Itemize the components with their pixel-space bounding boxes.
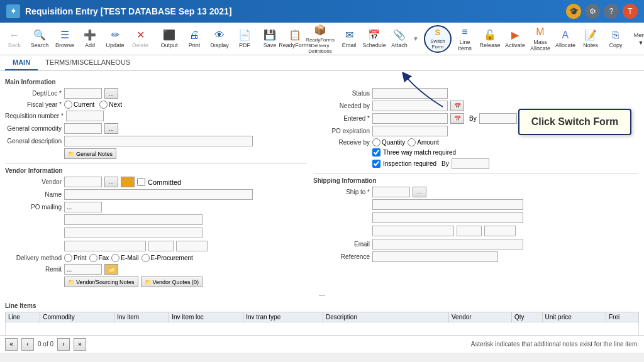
- ship-to-input[interactable]: [372, 187, 410, 197]
- readyforms-button[interactable]: 📋 ReadyForms: [283, 25, 307, 53]
- print-radio-label[interactable]: Print: [64, 254, 87, 262]
- schedule-button[interactable]: 📅 Schedule: [362, 25, 386, 53]
- update-button[interactable]: ✏ Update: [103, 25, 127, 53]
- address-state[interactable]: [148, 241, 174, 251]
- eprocurement-radio[interactable]: [142, 254, 150, 262]
- amount-radio[interactable]: [408, 138, 416, 146]
- dept-loc-browse-btn[interactable]: ...: [104, 88, 118, 99]
- inspection-label: Inspection required: [383, 160, 436, 167]
- remit-folder-btn[interactable]: 📁: [104, 264, 118, 275]
- browse-button[interactable]: ☰ Browse: [53, 25, 77, 53]
- main-info-title: Main Information: [5, 79, 307, 85]
- three-way-checkbox[interactable]: [372, 148, 380, 156]
- nav-prev-btn[interactable]: ‹: [21, 338, 34, 351]
- mass-allocate-button[interactable]: M Mass Allocate: [528, 25, 552, 53]
- add-button[interactable]: ➕ Add: [78, 25, 102, 53]
- user-icon[interactable]: T: [623, 4, 638, 19]
- help-icon[interactable]: ?: [604, 4, 619, 19]
- grad-icon[interactable]: 🎓: [566, 4, 581, 19]
- insp-by-input[interactable]: [452, 158, 489, 169]
- release-button[interactable]: 🔓 Release: [478, 25, 502, 53]
- delete-button[interactable]: ✕ Delete: [128, 25, 152, 53]
- print-button[interactable]: 🖨 Print: [182, 25, 206, 53]
- quantity-radio[interactable]: [372, 138, 380, 146]
- email-button[interactable]: ✉ Email: [337, 25, 361, 53]
- ship-addr-state[interactable]: [457, 226, 482, 236]
- fax-radio[interactable]: [89, 254, 97, 262]
- vendor-color-btn[interactable]: [121, 177, 135, 187]
- copy-button[interactable]: ⎘ Copy: [604, 25, 628, 53]
- switch-form-button[interactable]: S Switch Form: [424, 25, 452, 53]
- nav-next-btn[interactable]: ›: [57, 338, 70, 351]
- dept-loc-input[interactable]: [64, 88, 102, 99]
- ship-addr-zip[interactable]: [484, 226, 516, 236]
- next-radio-label[interactable]: Next: [99, 101, 122, 109]
- general-notes-btn[interactable]: 📁 General Notes: [64, 148, 116, 159]
- output-button[interactable]: ⬛ Output: [157, 25, 181, 53]
- next-radio[interactable]: [99, 101, 108, 109]
- settings-icon[interactable]: ⚙: [585, 4, 600, 19]
- print-radio[interactable]: [64, 254, 72, 262]
- save-button[interactable]: 💾 Save: [258, 25, 282, 53]
- title-icons: 🎓 ⚙ ? T: [566, 4, 638, 19]
- general-desc-row: General description: [5, 136, 307, 146]
- amount-radio-label[interactable]: Amount: [408, 138, 438, 146]
- address-line2[interactable]: [64, 228, 203, 238]
- entered-input[interactable]: [372, 113, 448, 124]
- vendor-label: Vendor: [5, 178, 62, 185]
- committed-checkbox[interactable]: [137, 178, 145, 186]
- eprocurement-radio-label[interactable]: E-Procurement: [142, 254, 193, 262]
- quantity-radio-label[interactable]: Quantity: [372, 138, 405, 146]
- ship-addr-city[interactable]: [372, 226, 454, 236]
- req-number-input[interactable]: [66, 111, 104, 121]
- back-button[interactable]: ← Back: [3, 25, 26, 53]
- po-exp-input[interactable]: [372, 126, 448, 136]
- vendor-browse-btn[interactable]: ...: [104, 177, 118, 187]
- tab-terms[interactable]: TERMS/MISCELLANEOUS: [38, 55, 138, 70]
- ship-addr-line2[interactable]: [372, 212, 523, 223]
- address-line1[interactable]: [64, 214, 203, 225]
- readyforms-delivery-button[interactable]: 📦 ReadyForms Delivery Definitions: [308, 25, 332, 53]
- current-radio[interactable]: [64, 101, 72, 109]
- ship-addr-line1[interactable]: [372, 199, 523, 210]
- notes-button[interactable]: 📝 Notes: [579, 25, 602, 53]
- attach-button[interactable]: 📎 Attach: [387, 25, 411, 53]
- general-commodity-input[interactable]: [64, 123, 102, 134]
- nav-last-btn[interactable]: »: [74, 338, 86, 351]
- address-zip[interactable]: [176, 241, 208, 251]
- insp-by-label: By: [441, 160, 449, 167]
- allocate-button[interactable]: A Allocate: [553, 25, 577, 53]
- vendor-input[interactable]: [64, 177, 102, 187]
- tab-main[interactable]: MAIN: [5, 55, 38, 70]
- general-desc-input[interactable]: [64, 136, 253, 146]
- display-button[interactable]: 👁 Display: [208, 25, 231, 53]
- needed-by-cal-btn[interactable]: 📅: [450, 101, 464, 111]
- menu-button[interactable]: Menu ▼: [629, 25, 644, 53]
- general-commodity-browse-btn[interactable]: ...: [104, 123, 118, 134]
- vendor-quotes-btn[interactable]: 📁 Vendor Quotes (0): [141, 277, 203, 287]
- search-button[interactable]: 🔍 Search: [28, 25, 52, 53]
- vendor-notes-btn[interactable]: 📁 Vendor/Sourcing Notes: [64, 277, 138, 287]
- reference-input[interactable]: [372, 251, 498, 262]
- ship-email-input[interactable]: [372, 239, 523, 250]
- email-radio[interactable]: [111, 254, 119, 262]
- activate-button[interactable]: ▶ Activate: [503, 25, 527, 53]
- email-radio-label[interactable]: E-Mail: [111, 254, 138, 262]
- nav-first-btn[interactable]: «: [5, 338, 18, 351]
- remit-input[interactable]: [64, 264, 102, 275]
- fiscal-year-radio-group: Current Next: [64, 101, 122, 109]
- release-icon: 🔓: [484, 29, 496, 41]
- po-mailing-input[interactable]: [64, 202, 102, 212]
- line-items-button[interactable]: ≡ Line Items: [453, 25, 477, 53]
- inspection-checkbox[interactable]: [372, 160, 380, 168]
- current-radio-label[interactable]: Current: [64, 101, 94, 109]
- vendor-name-input[interactable]: [64, 189, 253, 200]
- fax-radio-label[interactable]: Fax: [89, 254, 109, 262]
- general-commodity-label: General commodity: [5, 125, 62, 132]
- entered-cal-btn[interactable]: 📅: [450, 113, 464, 124]
- pdf-button[interactable]: 📄 PDF: [233, 25, 257, 53]
- ship-to-browse-btn[interactable]: ...: [413, 187, 426, 197]
- address-city[interactable]: [64, 241, 146, 251]
- delivery-method-row: Delivery method Print Fax E-Mail E-Procu…: [5, 254, 307, 262]
- entered-by-input[interactable]: [479, 113, 517, 124]
